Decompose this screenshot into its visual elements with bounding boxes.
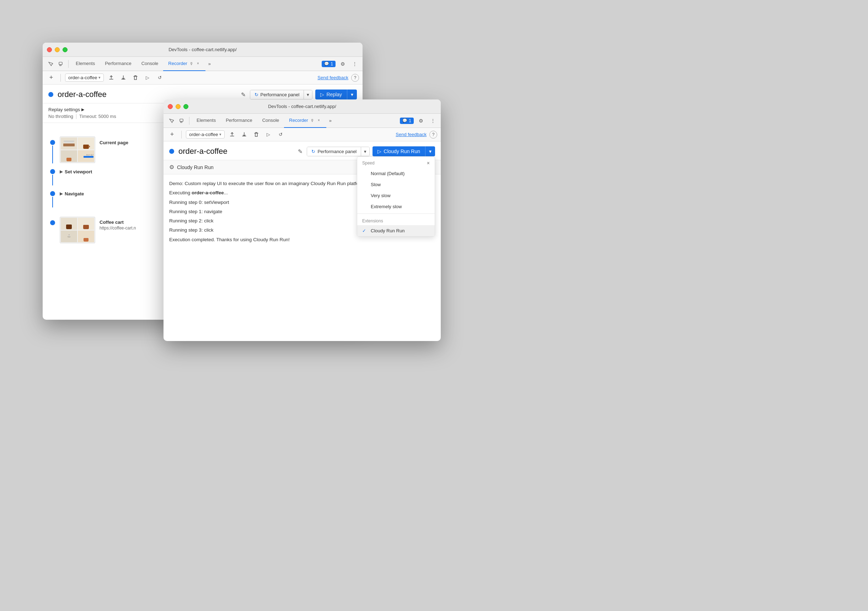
delete-btn-front[interactable] [252,130,261,139]
tab-performance-front[interactable]: Performance [221,114,257,128]
recording-dot-front [169,149,174,154]
dropdown-divider [357,213,435,214]
log-line-7: Execution completed. Thanks for using Cl… [169,236,435,243]
message-badge-back[interactable]: 💬 1 [322,61,336,67]
performance-panel-arrow-front[interactable]: ▾ [361,147,369,156]
settings-icon-front[interactable]: ⚙ [416,116,426,126]
speed-extremely-slow-item[interactable]: Extremely slow [357,201,435,212]
close-button-front[interactable] [168,104,173,109]
maximize-button-front[interactable] [183,104,188,109]
devtools-window-front: DevTools - coffee-cart.netlify.app/ Elem… [163,99,441,341]
replay-btn-back[interactable]: ▷ Replay [315,90,347,99]
coffee-cart-label: Coffee cart [99,220,136,225]
select-tool-icon-front[interactable] [166,116,176,126]
step-dot-3 [50,220,55,225]
recording-header-front: order-a-coffee ✎ ↻ Performance panel ▾ ▷… [163,141,441,160]
performance-panel-btn-front[interactable]: ↻ Performance panel [307,147,361,156]
svg-rect-1 [60,65,61,66]
close-button-back[interactable] [47,47,52,52]
recording-selector-front[interactable]: order-a-coffee ▾ [186,130,225,139]
step-thumbnail-3: ☕Cart [60,217,95,243]
tab-console-front[interactable]: Console [257,114,284,128]
tab-elements-front[interactable]: Elements [192,114,221,128]
device-toolbar-icon[interactable] [56,59,66,69]
run-btn-back[interactable]: ▷ [143,73,152,82]
tab-more-back[interactable]: » [205,57,214,71]
svg-rect-2 [180,119,183,122]
more-options-icon-front[interactable]: ⋮ [428,116,438,126]
help-btn-back[interactable]: ? [351,74,359,82]
recording-name-back: order-a-coffee [57,90,237,99]
download-btn-back[interactable] [119,73,128,82]
upload-btn-front[interactable] [228,130,237,139]
speed-dropdown: Speed × Normal (Default) Slow Very slow [357,156,435,237]
cloudy-run-btn-arrow[interactable]: ▾ [425,146,435,156]
device-toolbar-icon-front[interactable] [177,116,187,126]
tab-recorder-back[interactable]: Recorder 🎙 × [163,57,205,71]
performance-panel-btn-back[interactable]: ↻ Performance panel [250,90,304,99]
coffee-cart-sublabel: https://coffee-cart.n [99,226,136,230]
speed-very-slow-item[interactable]: Very slow [357,190,435,201]
more-options-icon-back[interactable]: ⋮ [350,59,360,69]
cloudy-run-btn[interactable]: ▷ Cloudy Run Run [372,146,425,156]
traffic-lights-back [47,47,68,52]
recorder-toolbar-back: + order-a-coffee ▾ ▷ ↺ Send feedback ? [43,71,363,85]
dropdown-close-btn[interactable]: × [427,160,430,166]
replay-group-back: ▷ Replay ▾ [315,90,357,99]
upload-btn-back[interactable] [107,73,116,82]
edit-recording-name-back[interactable]: ✎ [241,91,246,98]
add-recording-btn-back[interactable]: + [46,73,56,83]
title-bar-back: DevTools - coffee-cart.netlify.app/ [43,43,363,57]
window-title-back: DevTools - coffee-cart.netlify.app/ [169,47,237,52]
recording-selector-back[interactable]: order-a-coffee ▾ [65,74,104,82]
maximize-button-back[interactable] [62,47,68,52]
settings-icon-back[interactable]: ⚙ [338,59,348,69]
add-recording-btn-front[interactable]: + [167,130,177,139]
current-page-label: Current page [99,140,128,145]
minimize-button-back[interactable] [55,47,60,52]
tab-performance-back[interactable]: Performance [100,57,136,71]
speed-slow-item[interactable]: Slow [357,179,435,190]
tab-list-front: Elements Performance Console Recorder 🎙 … [192,114,399,128]
performance-panel-arrow-back[interactable]: ▾ [304,90,312,99]
traffic-lights-front [168,104,188,109]
extension-cloudy-run-item[interactable]: ✓ Cloudy Run Run [357,225,435,236]
window-title-front: DevTools - coffee-cart.netlify.app/ [268,104,336,109]
step-btn-back[interactable]: ↺ [155,73,164,82]
tab-more-front[interactable]: » [326,114,335,128]
run-btn-front[interactable]: ▷ [264,130,273,139]
svg-rect-3 [181,122,182,122]
step-dot-0 [50,140,55,145]
step-label-viewport[interactable]: ▶ Set viewport [60,169,92,175]
edit-recording-name-front[interactable]: ✎ [298,148,302,155]
recorder-toolbar-divider [60,74,61,82]
toolbar-divider-front [189,117,189,125]
tab-recorder-close-front[interactable]: × [316,118,321,123]
step-dot-2 [50,191,55,196]
tab-elements-back[interactable]: Elements [71,57,100,71]
tab-recorder-close-back[interactable]: × [195,61,200,66]
send-feedback-front[interactable]: Send feedback [395,132,426,137]
help-btn-front[interactable]: ? [429,131,437,139]
delete-btn-back[interactable] [131,73,140,82]
step-label-navigate[interactable]: ▶ Navigate [60,191,84,196]
plugin-icon: ⚙ [169,164,174,170]
message-badge-front[interactable]: 💬 1 [400,118,414,124]
recording-dot-back [48,92,53,97]
speed-normal-item[interactable]: Normal (Default) [357,168,435,179]
toolbar-right-front: 💬 1 ⚙ ⋮ [400,116,438,126]
step-dot-1 [50,169,55,174]
step-btn-front[interactable]: ↺ [276,130,285,139]
send-feedback-back[interactable]: Send feedback [318,75,348,80]
svg-rect-0 [59,62,62,65]
tab-console-back[interactable]: Console [136,57,163,71]
select-tool-icon[interactable] [45,59,56,69]
plugin-name: Cloudy Run Run [177,164,214,170]
download-btn-front[interactable] [240,130,249,139]
minimize-button-front[interactable] [175,104,181,109]
title-bar-front: DevTools - coffee-cart.netlify.app/ [163,99,441,114]
cloudy-run-group: ▷ Cloudy Run Run ▾ Speed × Normal (Defau… [372,146,435,156]
tab-recorder-front[interactable]: Recorder 🎙 × [284,114,326,128]
devtools-toolbar-front: Elements Performance Console Recorder 🎙 … [163,114,441,128]
replay-btn-arrow-back[interactable]: ▾ [347,90,357,99]
